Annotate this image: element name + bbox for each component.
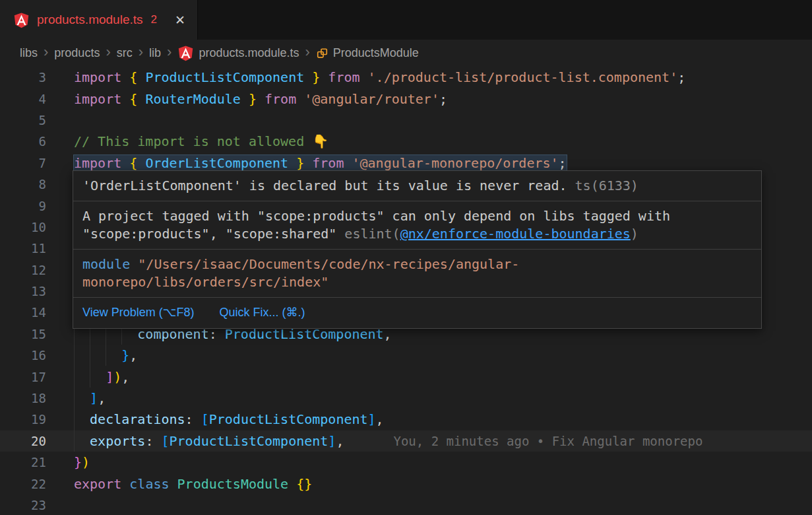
line-number[interactable]: 6 [0, 134, 46, 149]
token: RouterModule [145, 91, 241, 107]
line-number[interactable]: 21 [0, 455, 46, 469]
code-line[interactable]: 16}, [0, 345, 812, 366]
breadcrumb-label: lib [149, 46, 161, 60]
token [121, 91, 129, 107]
token: ) [113, 369, 121, 385]
code-line[interactable]: 5 [0, 110, 812, 131]
hover-widget: 'OrderListComponent' is declared but its… [73, 170, 762, 329]
code-line[interactable]: 23 [0, 495, 812, 515]
code-line[interactable]: 20exports: [ProductListComponent],You, 2… [0, 430, 812, 452]
code-text: import { ProductListComponent } from './… [74, 67, 685, 88]
line-number[interactable]: 11 [0, 241, 46, 256]
code-text: }, [74, 345, 137, 366]
line-number[interactable]: 5 [0, 113, 46, 127]
token: : [185, 411, 201, 427]
line-number[interactable]: 15 [0, 327, 46, 341]
token: import [74, 69, 121, 85]
token: ProductListComponent [145, 69, 304, 85]
token [320, 69, 328, 85]
chevron-right-icon: › [167, 45, 172, 59]
chevron-right-icon: › [305, 45, 309, 59]
hover-text: eslint( [344, 226, 400, 242]
indent-guide [74, 409, 90, 430]
token: { [129, 69, 137, 85]
close-icon[interactable]: ✕ [175, 13, 185, 28]
token: } [121, 347, 129, 363]
breadcrumb-item-lib[interactable]: lib [149, 46, 161, 60]
line-number[interactable]: 10 [0, 220, 46, 234]
breadcrumb-item-src[interactable]: src [117, 46, 133, 60]
code-line[interactable]: 3import { ProductListComponent } from '.… [0, 67, 812, 88]
token: ; [559, 155, 567, 171]
token: class [129, 476, 169, 492]
token: [ [201, 411, 209, 427]
token: ProductsModule [177, 476, 289, 492]
code-text: // This import is not allowed 👇 [74, 131, 328, 152]
token [137, 91, 145, 107]
line-number[interactable]: 9 [0, 199, 46, 213]
breadcrumb-label: products [54, 46, 100, 60]
token: , [129, 347, 137, 363]
token: } [74, 454, 82, 470]
line-number[interactable]: 4 [0, 92, 46, 106]
code-text: }) [74, 452, 90, 473]
hover-module-path: module "/Users/isaac/Documents/code/nx-r… [73, 250, 761, 298]
code-line[interactable]: 18], [0, 388, 812, 409]
code-line[interactable]: 6// This import is not allowed 👇 [0, 131, 812, 152]
code-line[interactable]: 4import { RouterModule } from '@angular/… [0, 88, 812, 109]
line-number[interactable]: 14 [0, 305, 46, 320]
eslint-rule-link[interactable]: @nx/enforce-module-boundaries [400, 226, 631, 242]
breadcrumb-item-productsmodule[interactable]: ProductsModule [316, 46, 419, 60]
line-number[interactable]: 18 [0, 391, 46, 405]
token: , [98, 390, 106, 406]
breadcrumb-item-products[interactable]: products [54, 46, 100, 60]
line-number[interactable]: 22 [0, 477, 46, 491]
code-text: declarations: [ProductListComponent], [74, 409, 384, 430]
editor[interactable]: 3import { ProductListComponent } from '.… [0, 67, 812, 515]
line-number[interactable]: 23 [0, 498, 46, 512]
code-text: import { RouterModule } from '@angular/r… [74, 88, 447, 109]
angular-icon [177, 45, 194, 61]
indent-guide [90, 345, 106, 366]
chevron-right-icon: › [106, 45, 110, 59]
quick-fix-action[interactable]: Quick Fix... (⌘.) [219, 304, 305, 322]
token: ] [106, 369, 113, 385]
hover-diagnostic-message: 'OrderListComponent' is declared but its… [73, 171, 761, 201]
token: './product-list/product-list.component' [368, 69, 678, 85]
view-problem-action[interactable]: View Problem (⌥F8) [82, 304, 194, 322]
code-line[interactable]: 21}) [0, 452, 812, 473]
hover-text: module [82, 256, 138, 272]
line-number[interactable]: 7 [0, 156, 46, 170]
line-number[interactable]: 3 [0, 70, 46, 85]
hover-text: ts(6133) [567, 178, 639, 193]
token: ProductListComponent [209, 411, 368, 427]
breadcrumb-item-libs[interactable]: libs [20, 46, 38, 60]
token [257, 91, 265, 107]
code-line[interactable]: 19declarations: [ProductListComponent], [0, 409, 812, 430]
token: } [296, 155, 304, 171]
git-blame-annotation: You, 2 minutes ago • Fix Angular monorep… [393, 434, 703, 448]
tab-products-module[interactable]: products.module.ts 2 ✕ [0, 0, 198, 40]
line-number[interactable]: 19 [0, 412, 46, 427]
line-number[interactable]: 16 [0, 348, 46, 362]
hover-text: "/Users/isaac/Documents/code/nx-recipes/… [82, 256, 519, 290]
line-number[interactable]: 13 [0, 284, 46, 298]
hover-actions: View Problem (⌥F8)Quick Fix... (⌘.) [73, 298, 761, 328]
token: , [376, 411, 384, 427]
hover-diagnostics: 'OrderListComponent' is declared but its… [73, 171, 761, 298]
chevron-right-icon: › [44, 45, 48, 59]
code-line[interactable]: 22export class ProductsModule {} [0, 473, 812, 494]
token [360, 69, 368, 85]
token: ProductListComponent [170, 433, 328, 449]
token [121, 69, 129, 85]
line-number[interactable]: 12 [0, 263, 46, 277]
token: , [121, 369, 129, 385]
token: from [265, 91, 296, 107]
line-number[interactable]: 8 [0, 177, 46, 191]
breadcrumb-item-products-module-ts[interactable]: products.module.ts [177, 45, 299, 61]
hover-diagnostic-message: A project tagged with "scope:products" c… [73, 201, 761, 250]
code-line[interactable]: 17]), [0, 366, 812, 387]
code-text: ]), [74, 366, 129, 387]
line-number[interactable]: 17 [0, 370, 46, 384]
line-number[interactable]: 20 [0, 434, 46, 448]
